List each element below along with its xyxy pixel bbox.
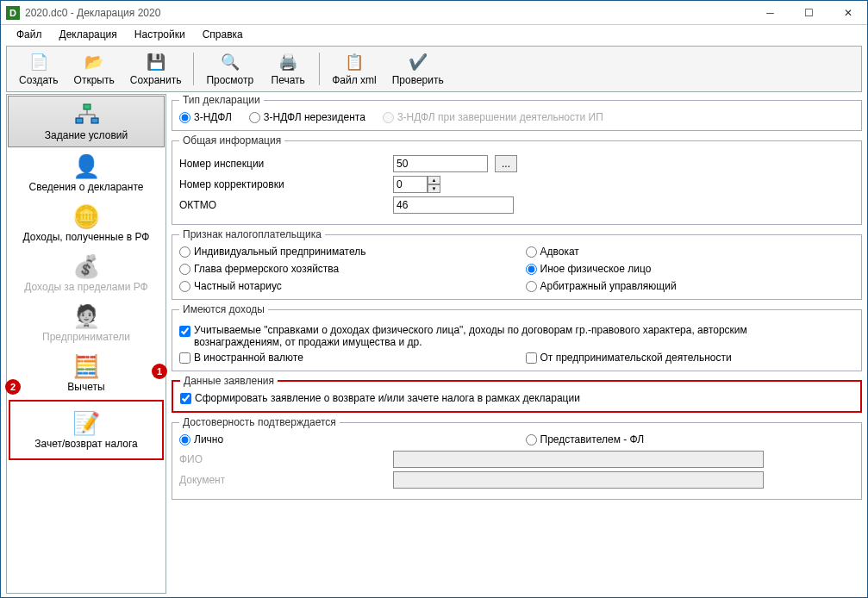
inspection-lookup-button[interactable]: ... (495, 155, 517, 172)
print-button[interactable]: 🖨️Печать (262, 50, 314, 88)
menu-file[interactable]: Файл (9, 27, 49, 42)
print-icon: 🖨️ (278, 52, 298, 72)
create-button[interactable]: 📄Создать (12, 50, 66, 88)
save-button[interactable]: 💾Сохранить (123, 50, 189, 88)
fio-label: ФИО (179, 453, 386, 465)
general-info-group: Общая информация Номер инспекции ... Ном… (172, 134, 862, 225)
inspection-input[interactable] (393, 155, 488, 172)
radio-3ndfl-ip: 3-НДФЛ при завершении деятельности ИП (383, 111, 603, 123)
svg-rect-2 (91, 118, 98, 123)
radio-arbitr[interactable]: Арбитражный управляющий (526, 280, 855, 292)
sidebar-label: Предприниматели (42, 331, 130, 343)
minimize-button[interactable]: ─ (751, 1, 790, 25)
decl-type-group: Тип декларации 3-НДФЛ 3-НДФЛ нерезидента… (172, 94, 862, 131)
new-doc-icon: 📄 (28, 52, 49, 72)
correction-input[interactable] (393, 176, 428, 193)
radio-3ndfl[interactable]: 3-НДФЛ (179, 111, 232, 123)
badge-2: 2 (5, 379, 21, 395)
group-legend: Данные заявления (180, 375, 278, 387)
oktmo-input[interactable] (393, 196, 514, 214)
menubar: Файл Декларация Настройки Справка (1, 25, 867, 44)
check-button[interactable]: ✔️Проверить (385, 50, 451, 88)
preview-button[interactable]: 🔍Просмотр (199, 50, 260, 88)
sidebar-label: Зачет/возврат налога (34, 438, 137, 450)
menu-help[interactable]: Справка (196, 27, 250, 42)
window-title: 2020.dc0 - Декларация 2020 (25, 7, 751, 19)
maximize-button[interactable]: ☐ (790, 1, 828, 25)
radio-3ndfl-nonresident[interactable]: 3-НДФЛ нерезидента (249, 111, 365, 123)
person-icon: 👤 (72, 153, 100, 179)
radio-ip[interactable]: Индивидуальный предприниматель (179, 246, 509, 258)
open-folder-icon: 📂 (84, 52, 104, 72)
radio-representative[interactable]: Представителем - ФЛ (526, 433, 855, 445)
check-form-application[interactable]: Сформировать заявление о возврате и/или … (180, 392, 853, 404)
svg-rect-1 (76, 118, 83, 123)
close-button[interactable]: ✕ (828, 1, 867, 25)
sidebar-item-income-abroad: 💰 Доходы за пределами РФ (7, 248, 165, 298)
entrepreneur-icon: 🧑‍💼 (72, 303, 100, 329)
toolbar: 📄Создать 📂Открыть 💾Сохранить 🔍Просмотр 🖨… (6, 46, 862, 92)
sidebar-label: Доходы за пределами РФ (24, 281, 147, 293)
radio-personal[interactable]: Лично (179, 433, 509, 445)
group-legend: Достоверность подтверждается (179, 416, 340, 428)
sidebar-label: Вычеты (67, 381, 104, 393)
doc-input (393, 471, 764, 489)
open-button[interactable]: 📂Открыть (67, 50, 122, 88)
toolbar-separator (193, 53, 194, 85)
radio-other-person[interactable]: Иное физическое лицо (526, 263, 855, 275)
xml-button[interactable]: 📋Файл xml (325, 50, 384, 88)
radio-notary[interactable]: Частный нотариус (179, 280, 509, 292)
sidebar-label: Сведения о декларанте (29, 181, 144, 193)
check-foreign[interactable]: В иностранной валюте (179, 352, 509, 364)
group-legend: Имеются доходы (179, 303, 268, 315)
sidebar-item-entrepreneurs: 🧑‍💼 Предприниматели (7, 298, 165, 348)
sidebar-label: Доходы, полученные в РФ (23, 231, 150, 243)
radio-advocate[interactable]: Адвокат (526, 246, 855, 258)
moneybag-icon: 💰 (72, 253, 100, 279)
titlebar: D 2020.dc0 - Декларация 2020 ─ ☐ ✕ (1, 1, 867, 25)
sidebar-item-conditions[interactable]: Задание условий (8, 96, 165, 147)
sidebar-item-income-rf[interactable]: 🪙 Доходы, полученные в РФ (7, 198, 165, 248)
coins-icon: 🪙 (72, 203, 100, 229)
fio-input (393, 451, 764, 468)
sidebar-label: Задание условий (45, 129, 128, 141)
group-legend: Общая информация (179, 134, 284, 146)
correction-label: Номер корректировки (179, 178, 386, 190)
tree-icon (72, 102, 100, 128)
radio-farmer[interactable]: Глава фермерского хозяйства (179, 263, 509, 275)
sidebar: Задание условий 👤 Сведения о декларанте … (6, 94, 166, 594)
taxpayer-group: Признак налогоплательщика Индивидуальный… (172, 228, 862, 300)
oktmo-label: ОКТМО (179, 199, 386, 211)
menu-settings[interactable]: Настройки (128, 27, 192, 42)
doc-label: Документ (179, 474, 386, 486)
sidebar-item-deductions[interactable]: 🧮 Вычеты (7, 348, 165, 398)
group-legend: Признак налогоплательщика (179, 228, 325, 240)
content-area: Тип декларации 3-НДФЛ 3-НДФЛ нерезидента… (166, 94, 862, 594)
toolbar-separator (319, 53, 320, 85)
preview-icon: 🔍 (220, 52, 240, 72)
correction-spinner[interactable]: ▲▼ (393, 176, 440, 193)
menu-declaration[interactable]: Декларация (53, 27, 124, 42)
group-legend: Тип декларации (179, 94, 264, 106)
app-icon: D (6, 6, 20, 20)
xml-icon: 📋 (344, 52, 365, 72)
check-icon: ✔️ (408, 52, 428, 72)
income-group: Имеются доходы Учитываемые "справками о … (172, 303, 862, 371)
check-spravki[interactable]: Учитываемые "справками о доходах физичес… (179, 324, 797, 348)
badge-1: 1 (152, 364, 167, 379)
deductions-icon: 🧮 (72, 353, 100, 379)
trust-group: Достоверность подтверждается Лично Предс… (172, 416, 862, 500)
check-business[interactable]: От предпринимательской деятельности (526, 352, 855, 364)
sidebar-item-declarant[interactable]: 👤 Сведения о декларанте (7, 148, 165, 198)
save-icon: 💾 (146, 52, 166, 72)
refund-icon: 📝 (72, 410, 100, 436)
sidebar-item-refund[interactable]: 📝 Зачет/возврат налога (9, 400, 164, 460)
spin-up-icon[interactable]: ▲ (428, 176, 440, 184)
application-group: Данные заявления Сформировать заявление … (172, 375, 862, 413)
svg-rect-0 (84, 104, 91, 109)
spin-down-icon[interactable]: ▼ (428, 184, 440, 193)
inspection-label: Номер инспекции (179, 158, 386, 170)
